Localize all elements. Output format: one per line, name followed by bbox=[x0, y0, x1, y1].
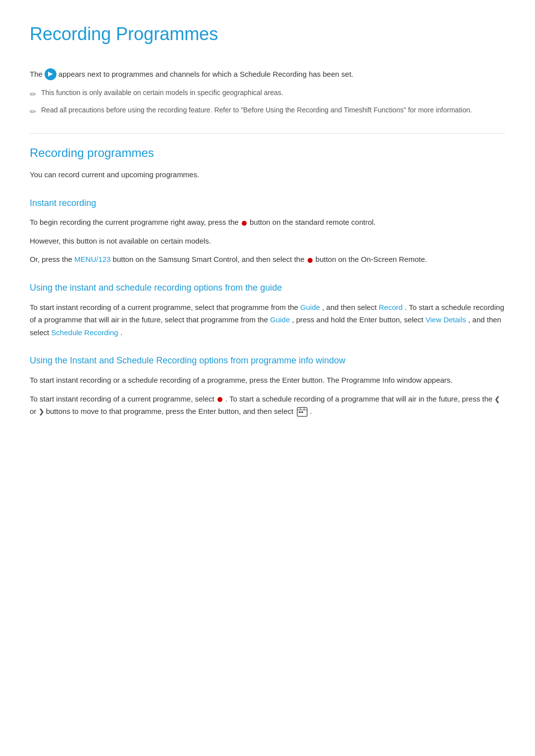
note-item-2: ✏ Read all precautions before using the … bbox=[30, 104, 505, 118]
pencil-icon-2: ✏ bbox=[30, 105, 36, 118]
subsection1-para2: However, this button is not available on… bbox=[30, 235, 505, 248]
subsection2-title: Using the instant and schedule recording… bbox=[30, 281, 505, 295]
schedule-record-icon bbox=[297, 407, 308, 417]
programme-info-section: Using the Instant and Schedule Recording… bbox=[30, 353, 505, 417]
subsection1-title: Instant recording bbox=[30, 196, 505, 210]
recording-programmes-section: Recording programmes You can record curr… bbox=[30, 144, 505, 181]
view-details-link[interactable]: View Details bbox=[426, 315, 466, 324]
schedule-recording-link[interactable]: Schedule Recording bbox=[51, 328, 118, 337]
guide-link-1[interactable]: Guide bbox=[300, 303, 320, 311]
intro-before-text: The bbox=[30, 68, 43, 80]
subsection1-para3: Or, press the MENU/123 button on the Sam… bbox=[30, 253, 505, 266]
left-chevron-icon: ❮ bbox=[494, 394, 500, 405]
subsection2-para1: To start instant recording of a current … bbox=[30, 301, 505, 339]
page-title: Recording Programmes bbox=[30, 20, 505, 53]
section1-description: You can record current and upcoming prog… bbox=[30, 168, 505, 181]
menu123-link[interactable]: MENU/123 bbox=[74, 255, 110, 263]
intro-after-text: appears next to programmes and channels … bbox=[58, 68, 353, 80]
svg-rect-4 bbox=[299, 411, 301, 413]
subsection1-para1: To begin recording the current programme… bbox=[30, 216, 505, 229]
section-divider bbox=[30, 133, 505, 134]
note-item-1: ✏ This function is only available on cer… bbox=[30, 87, 505, 101]
intro-section: The ▶ appears next to programmes and cha… bbox=[30, 68, 505, 118]
guide-recording-section: Using the instant and schedule recording… bbox=[30, 281, 505, 339]
note2-text: Read all precautions before using the re… bbox=[41, 104, 472, 115]
right-chevron-icon: ❯ bbox=[39, 406, 44, 417]
guide-link-2[interactable]: Guide bbox=[270, 315, 290, 324]
subsection3-para2: To start instant recording of a current … bbox=[30, 393, 505, 418]
subsection3-para1: To start instant recording or a schedule… bbox=[30, 374, 505, 387]
subsection3-title: Using the Instant and Schedule Recording… bbox=[30, 353, 505, 368]
section1-title: Recording programmes bbox=[30, 144, 505, 162]
intro-line1: The ▶ appears next to programmes and cha… bbox=[30, 68, 505, 80]
svg-rect-5 bbox=[301, 411, 303, 413]
red-dot-1 bbox=[242, 221, 247, 226]
red-dot-2 bbox=[308, 258, 313, 263]
instant-recording-section: Instant recording To begin recording the… bbox=[30, 196, 505, 266]
record-link[interactable]: Record bbox=[379, 303, 403, 311]
note1-text: This function is only available on certa… bbox=[41, 87, 283, 98]
red-dot-3 bbox=[217, 397, 222, 402]
schedule-recording-badge: ▶ bbox=[45, 68, 56, 80]
pencil-icon-1: ✏ bbox=[30, 88, 36, 101]
